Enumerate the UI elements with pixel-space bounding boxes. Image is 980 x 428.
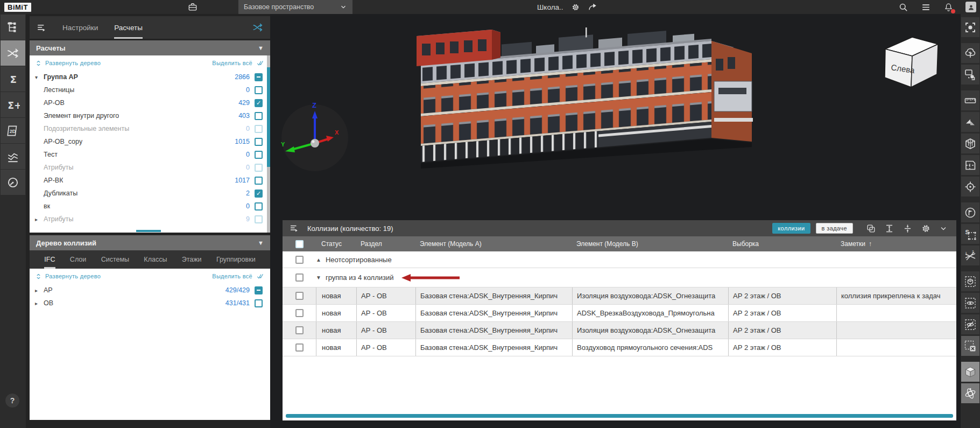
tab-Слои[interactable]: Слои	[70, 250, 86, 269]
tree-item-checkbox[interactable]	[255, 125, 263, 133]
caret-right-icon[interactable]: ▸	[35, 300, 44, 306]
tree-row[interactable]: ▸ОВ431/431	[30, 297, 270, 310]
btn-orbit-icon[interactable]	[961, 383, 979, 403]
calc-section-header[interactable]: Расчеты ▼	[30, 40, 270, 55]
btn-sum-icon[interactable]	[1, 66, 25, 92]
sort-asc-icon[interactable]: ↑	[869, 240, 872, 248]
caret-down-icon[interactable]: ▾	[35, 74, 44, 80]
expand-tree-link[interactable]: Развернуть дерево	[45, 273, 101, 279]
select-all-link[interactable]: Выделить всё	[212, 60, 252, 66]
group-row[interactable]: ▲Неотсортированные	[283, 251, 956, 268]
caret-right-icon[interactable]: ▸	[35, 216, 44, 222]
filter-in-task-button[interactable]: в задаче	[816, 223, 853, 234]
row-checkbox[interactable]	[295, 343, 304, 352]
app-logo[interactable]: BiMiT	[4, 3, 31, 12]
btn-multi-select-icon[interactable]	[961, 65, 979, 85]
caret-down-icon[interactable]: ▼	[316, 275, 321, 280]
tree-item-checkbox[interactable]	[255, 202, 263, 211]
caret-up-icon[interactable]: ▲	[316, 257, 321, 263]
tree-item-checkbox[interactable]	[255, 190, 263, 198]
btn-issue-flag-icon[interactable]	[961, 202, 979, 222]
group-row[interactable]: ▼группа из 4 коллизий	[283, 268, 956, 287]
tree-row[interactable]: Атрибуты0	[30, 161, 270, 174]
btn-selection-save-icon[interactable]	[961, 224, 979, 244]
tree-row[interactable]: АР-ОВ_copy1015	[30, 135, 270, 148]
tree-row[interactable]: АР-ВК1017	[30, 174, 270, 187]
tab-IFC[interactable]: IFC	[44, 250, 55, 269]
expand-tree-link[interactable]: Развернуть дерево	[45, 60, 101, 66]
tree-row[interactable]: Тест0	[30, 148, 270, 161]
collision-row[interactable]: новаяАР - ОВБазовая стена:ADSK_Внутрення…	[283, 287, 956, 305]
collision-row[interactable]: новаяАР - ОВБазовая стена:ADSK_Внутрення…	[283, 339, 956, 356]
btn-hide-selection-icon[interactable]	[961, 314, 979, 334]
collision-check-icon[interactable]	[252, 22, 264, 33]
tree-item-checkbox[interactable]	[255, 73, 263, 81]
btn-clear-selection-icon[interactable]	[961, 336, 979, 356]
tree-item-checkbox[interactable]	[255, 86, 263, 94]
tree-row[interactable]: Дубликаты2	[30, 187, 270, 200]
select-all-checkbox[interactable]	[295, 240, 304, 248]
tree-row[interactable]: Лестницы0	[30, 83, 270, 96]
tree-item-checkbox[interactable]	[255, 138, 263, 146]
btn-solid-cube-icon[interactable]	[961, 362, 979, 382]
row-checkbox[interactable]	[295, 326, 304, 334]
calc-hscrollbar[interactable]	[136, 230, 161, 232]
btn-fit-view-icon[interactable]	[961, 17, 979, 37]
collision-row[interactable]: новаяАР - ОВБазовая стена:ADSK_Внутрення…	[283, 305, 956, 322]
axis-gizmo[interactable]: Z Y X	[274, 96, 355, 177]
tree-row[interactable]: Подозрительные элементы0	[30, 122, 270, 135]
btn-menu-list-icon[interactable]	[920, 1, 932, 13]
btn-collision-pair-icon[interactable]	[961, 245, 979, 265]
menu-indent-icon[interactable]	[36, 23, 46, 33]
btn-2d-icon[interactable]	[1, 118, 25, 143]
tab-Этажи[interactable]: Этажи	[182, 250, 202, 269]
btn-chevron-down-icon[interactable]	[939, 223, 948, 234]
menu-indent-icon[interactable]	[289, 223, 299, 233]
tree-item-checkbox[interactable]	[255, 177, 263, 185]
settings-gear-icon[interactable]	[571, 3, 580, 12]
btn-tree-icon[interactable]	[961, 43, 979, 63]
workspace-selector[interactable]: Базовое пространство	[238, 0, 352, 14]
btn-collision-check-icon[interactable]	[1, 40, 25, 66]
btn-settings-gear-icon[interactable]	[921, 223, 931, 234]
tree-item-checkbox[interactable]	[255, 299, 263, 307]
projects-button[interactable]	[187, 2, 198, 12]
tree-item-checkbox[interactable]	[255, 215, 263, 223]
btn-isolate-box-icon[interactable]	[961, 271, 979, 291]
btn-rows-expand-icon[interactable]	[884, 223, 894, 234]
btn-sum-plus-icon[interactable]	[1, 92, 25, 117]
double-check-icon[interactable]	[256, 59, 265, 67]
tree-row[interactable]: АР-ОВ429	[30, 96, 270, 109]
tree-item-checkbox[interactable]	[255, 164, 263, 172]
btn-rows-collapse-icon[interactable]	[903, 223, 913, 234]
btn-show-selection-icon[interactable]	[961, 293, 979, 313]
btn-measure-icon[interactable]	[961, 90, 979, 110]
collision-tree-header[interactable]: Дерево коллизий ▼	[30, 235, 270, 250]
btn-search-icon[interactable]	[897, 1, 909, 13]
row-checkbox[interactable]	[295, 309, 304, 317]
tab-Классы[interactable]: Классы	[144, 250, 167, 269]
group-checkbox[interactable]	[295, 273, 304, 282]
btn-graphs-icon[interactable]	[1, 144, 25, 169]
tree-row[interactable]: ▸АР429/429	[30, 284, 270, 297]
tree-row[interactable]: ▾Группа АР2866	[30, 71, 270, 83]
select-all-link[interactable]: Выделить всё	[212, 273, 252, 279]
btn-model-tree-icon[interactable]	[1, 15, 25, 40]
collision-row[interactable]: новаяАР - ОВБазовая стена:ADSK_Внутрення…	[283, 322, 956, 339]
filter-collisions-button[interactable]: коллизии	[772, 223, 810, 234]
btn-locate-icon[interactable]	[961, 177, 979, 197]
group-checkbox[interactable]	[295, 256, 304, 264]
row-checkbox[interactable]	[295, 292, 304, 300]
btn-notifications-icon[interactable]	[942, 1, 954, 13]
tab-settings[interactable]: Настройки	[62, 16, 98, 39]
share-icon[interactable]	[588, 2, 597, 12]
table-hscrollbar[interactable]	[286, 414, 953, 418]
tab-Системы[interactable]: Системы	[101, 250, 129, 269]
tab-Группировки[interactable]: Группировки	[216, 250, 256, 269]
tree-item-checkbox[interactable]	[255, 112, 263, 120]
btn-dashboard-icon[interactable]	[1, 170, 25, 195]
tree-row[interactable]: вк0	[30, 200, 270, 213]
tree-item-checkbox[interactable]	[255, 286, 263, 294]
view-cube[interactable]: Слева	[876, 29, 946, 94]
tree-item-checkbox[interactable]	[255, 151, 263, 159]
